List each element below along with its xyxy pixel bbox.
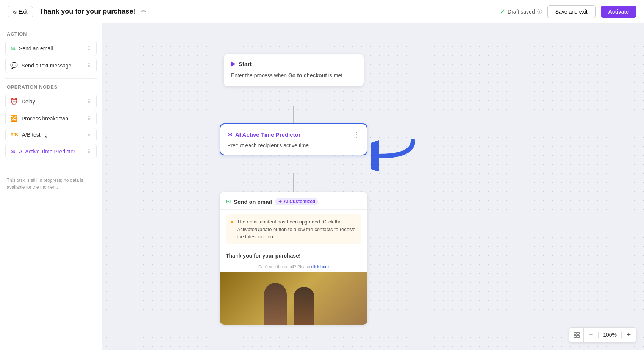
drag-handle[interactable]: ⠿	[88, 99, 92, 104]
email-preview-hint: Can't see the email? Please click here	[220, 262, 367, 272]
text-icon: 💬	[10, 62, 18, 69]
sidebar-item-delay[interactable]: ⏰ Delay ⠿	[5, 94, 97, 109]
edit-icon[interactable]: ✏	[141, 8, 146, 15]
zoom-in-label: +	[627, 331, 631, 339]
person2-silhouette	[294, 287, 314, 325]
zoom-controls: − 100% +	[569, 327, 636, 342]
warning-text: The email content has been upgraded. Cli…	[237, 218, 357, 241]
sidebar-item-send-text[interactable]: 💬 Send a text message ⠿	[5, 58, 97, 73]
ab-icon: A/B	[10, 132, 18, 138]
sidebar-note: This task is still in progress; no data …	[5, 175, 97, 193]
draft-saved-label: Draft saved	[508, 9, 535, 15]
save-exit-label: Save and exit	[555, 9, 588, 15]
draft-saved-status: ✓ Draft saved ⓘ	[500, 8, 542, 16]
activate-button[interactable]: Activate	[601, 6, 636, 18]
sidebar: Action ✉ Send an email ⠿ 💬 Send a text m…	[0, 23, 102, 350]
ai-customized-badge: ✦ AI Customized	[275, 198, 318, 205]
ab-label: A/B testing	[22, 132, 48, 138]
start-bold-word: Go to checkout	[288, 72, 327, 78]
topbar: ⎋ Exit Thank you for your purchase! ✏ ✓ …	[0, 0, 644, 23]
exit-button[interactable]: ⎋ Exit	[8, 6, 33, 17]
ai-badge-text: AI Customized	[284, 199, 315, 204]
sidebar-item-process-breakdown[interactable]: 🔀 Process breakdown ⠿	[5, 111, 97, 126]
drag-handle[interactable]: ⠿	[88, 63, 92, 68]
breakdown-icon: 🔀	[10, 115, 18, 122]
start-node: Start Enter the process when Go to check…	[224, 54, 364, 86]
ai-node-title-text: AI Active Time Predictor	[235, 131, 301, 138]
ai-node-body: Predict each recipient's active time	[227, 142, 360, 148]
email-node-title-group: ✉ Send an email ✦ AI Customized	[226, 198, 318, 205]
send-text-label: Send a text message	[22, 62, 72, 69]
email-node-header: ✉ Send an email ✦ AI Customized ⋮	[220, 192, 367, 210]
svg-rect-1	[574, 332, 576, 334]
email-icon: ✉	[10, 45, 15, 52]
divider	[5, 78, 97, 79]
silhouette	[220, 272, 367, 325]
info-icon: ⓘ	[537, 8, 542, 15]
node-menu-button[interactable]: ⋮	[353, 130, 360, 139]
canvas[interactable]: Start Enter the process when Go to check…	[102, 23, 644, 350]
page-title: Thank you for your purchase!	[39, 8, 135, 16]
ai-node-header: ✉ AI Active Time Predictor ⋮	[227, 130, 360, 139]
ai-node-icon: ✉	[227, 131, 232, 138]
delay-icon: ⏰	[10, 98, 18, 105]
zoom-out-button[interactable]: −	[584, 328, 598, 342]
main-layout: Action ✉ Send an email ⠿ 💬 Send a text m…	[0, 23, 644, 350]
start-node-body: Enter the process when Go to checkout is…	[231, 72, 356, 80]
svg-rect-2	[577, 332, 579, 334]
email-node-menu-button[interactable]: ⋮	[355, 197, 361, 206]
topbar-left: ⎋ Exit Thank you for your purchase! ✏	[8, 6, 146, 17]
drag-handle[interactable]: ⠿	[88, 132, 92, 138]
start-node-header: Start	[231, 61, 356, 67]
ai-icon: ✉	[10, 148, 15, 155]
email-warning-banner: ● The email content has been upgraded. C…	[226, 214, 361, 244]
connector-line-2	[293, 173, 294, 193]
connector-line-1	[293, 106, 294, 125]
send-email-label: Send an email	[19, 45, 53, 52]
exit-label: Exit	[19, 9, 27, 15]
zoom-in-button[interactable]: +	[622, 328, 636, 342]
send-email-node[interactable]: ✉ Send an email ✦ AI Customized ⋮ ● The …	[220, 192, 367, 325]
drag-handle[interactable]: ⠿	[88, 116, 92, 121]
sidebar-item-send-email[interactable]: ✉ Send an email ⠿	[5, 41, 97, 56]
person1-silhouette	[264, 283, 287, 325]
ai-predictor-label: AI Active Time Predictor	[19, 148, 75, 155]
activate-label: Activate	[608, 9, 629, 15]
drag-handle[interactable]: ⠿	[88, 46, 92, 51]
start-triangle-icon	[231, 61, 236, 67]
email-node-title-text: Send an email	[234, 198, 272, 205]
svg-rect-3	[574, 335, 576, 338]
save-exit-button[interactable]: Save and exit	[547, 5, 596, 18]
divider2	[5, 169, 97, 169]
sidebar-item-ab-testing[interactable]: A/B A/B testing ⠿	[5, 128, 97, 142]
sidebar-item-ai-predictor[interactable]: ✉ AI Active Time Predictor ⠿	[5, 144, 97, 159]
topbar-right: ✓ Draft saved ⓘ Save and exit Activate	[500, 5, 636, 18]
send-email-icon: ✉	[226, 198, 231, 205]
drag-handle[interactable]: ⠿	[88, 149, 92, 154]
ai-node-title-group: ✉ AI Active Time Predictor	[227, 131, 301, 138]
action-section-title: Action	[5, 31, 97, 37]
check-icon: ✓	[500, 8, 505, 16]
delay-label: Delay	[22, 98, 35, 105]
warning-icon: ●	[230, 219, 234, 225]
fit-screen-button[interactable]	[569, 328, 584, 342]
fit-icon	[573, 331, 580, 338]
ai-predictor-node[interactable]: ✉ AI Active Time Predictor ⋮ Predict eac…	[220, 123, 367, 155]
email-subject: Thank you for your purchase!	[220, 249, 367, 262]
breakdown-label: Process breakdown	[22, 116, 68, 122]
zoom-out-label: −	[589, 331, 593, 339]
operation-section-title: Operation nodes	[5, 84, 97, 90]
exit-icon: ⎋	[13, 9, 16, 15]
svg-rect-4	[577, 335, 579, 338]
email-preview-image	[220, 272, 367, 325]
blue-arrow	[371, 133, 417, 173]
zoom-level-display: 100%	[598, 332, 622, 338]
start-node-title: Start	[239, 61, 252, 67]
ai-badge-icon: ✦	[278, 199, 282, 205]
